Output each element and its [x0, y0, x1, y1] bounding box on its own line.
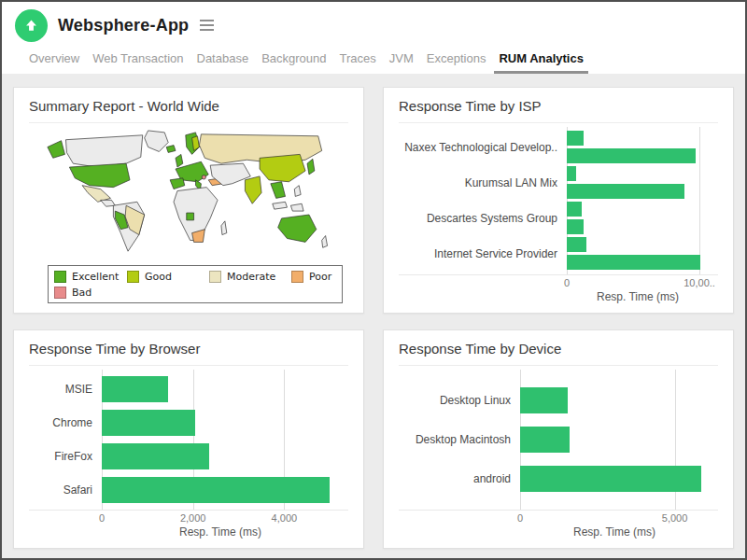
x-tick-label: 2,000 — [180, 512, 206, 524]
brand-row: Websphere-App — [15, 8, 745, 42]
legend-item-poor: Poor — [291, 271, 336, 283]
panel-title: Response Time by Browser — [29, 341, 348, 366]
legend-color-chip — [54, 287, 66, 299]
tab-overview[interactable]: Overview — [22, 51, 86, 65]
world-map-svg — [42, 127, 334, 264]
tab-rum-analytics[interactable]: RUM Analytics — [492, 51, 590, 65]
legend-label: Excellent — [72, 271, 119, 283]
bar-zone — [520, 420, 709, 459]
x-tick-label: 0 — [564, 277, 570, 288]
category-label: android — [399, 472, 520, 485]
device-bar-chart: Desktop LinuxDesktop Macintoshandroid05,… — [399, 370, 718, 540]
hamburger-menu-icon[interactable] — [197, 17, 217, 34]
legend-color-chip — [209, 271, 221, 283]
legend-label: Moderate — [227, 271, 275, 283]
bar[interactable] — [102, 477, 330, 503]
map-legend: ExcellentGoodModeratePoorBad — [48, 265, 343, 303]
legend-label: Bad — [72, 287, 92, 299]
tab-background[interactable]: Background — [255, 51, 332, 65]
tab-web-transaction[interactable]: Web Transaction — [86, 51, 190, 65]
bar[interactable] — [567, 184, 684, 199]
chart-row: Desktop Macintosh — [399, 420, 718, 459]
app-header: Websphere-App OverviewWeb TransactionDat… — [2, 2, 745, 74]
category-label: Naxex Technological Develop.. — [399, 141, 567, 154]
chart-row: Internet Service Provider — [399, 236, 718, 272]
legend-label: Poor — [309, 271, 331, 283]
legend-item-good: Good — [127, 271, 209, 283]
bar-zone — [102, 406, 339, 440]
tab-database[interactable]: Database — [190, 51, 256, 65]
plot-area: MSIEChromeFireFoxSafari — [29, 370, 348, 511]
bar[interactable] — [567, 219, 584, 234]
tab-traces[interactable]: Traces — [333, 51, 383, 65]
x-tick-label: 0 — [517, 512, 523, 524]
bar[interactable] — [567, 148, 696, 163]
world-map[interactable] — [29, 127, 348, 264]
x-axis: 05,000 — [520, 511, 709, 525]
x-tick-label: 4,000 — [272, 512, 298, 524]
bar[interactable] — [567, 237, 586, 252]
legend-color-chip — [291, 271, 303, 283]
category-label: Desktop Linux — [399, 394, 520, 407]
bar[interactable] — [520, 427, 570, 453]
bar-zone — [567, 201, 709, 236]
x-axis: 010,00.. — [567, 275, 709, 289]
app-logo[interactable] — [15, 9, 48, 42]
legend-item-excellent: Excellent — [54, 271, 127, 283]
legend-label: Good — [145, 271, 172, 283]
x-tick-label: 5,000 — [662, 512, 688, 524]
plot-area: Naxex Technological Develop..Kurumsal LA… — [399, 127, 718, 275]
bar[interactable] — [102, 410, 195, 436]
bar-zone — [520, 459, 709, 498]
x-axis-title: Resp. Time (ms) — [520, 525, 709, 540]
bar[interactable] — [567, 166, 576, 181]
up-arrow-icon — [24, 19, 38, 33]
bar-zone — [520, 381, 709, 420]
x-axis-title: Resp. Time (ms) — [102, 525, 339, 540]
panel-response-time-isp: Response Time by ISP Naxex Technological… — [383, 87, 734, 314]
tab-exceptions[interactable]: Exceptions — [420, 51, 493, 65]
chart-row: Safari — [29, 473, 348, 507]
bar[interactable] — [102, 376, 168, 402]
panel-summary-report: Summary Report - World Wide — [13, 87, 364, 314]
bar[interactable] — [567, 202, 582, 217]
x-tick-label: 10,00.. — [684, 277, 715, 288]
bar[interactable] — [520, 466, 701, 492]
dashboard-grid: Summary Report - World Wide — [2, 74, 745, 558]
bar-zone — [567, 236, 709, 272]
chart-row: Kurumsal LAN Mix — [399, 165, 718, 201]
x-tick-label: 0 — [99, 512, 105, 524]
category-label: FireFox — [29, 450, 102, 463]
chart-row: FireFox — [29, 440, 348, 473]
browser-bar-chart: MSIEChromeFireFoxSafari02,0004,000Resp. … — [29, 370, 348, 540]
bar[interactable] — [102, 443, 209, 469]
category-label: Internet Service Provider — [399, 247, 567, 260]
legend-color-chip — [127, 271, 139, 283]
category-label: Desktop Macintosh — [399, 433, 520, 446]
legend-item-bad: Bad — [54, 287, 127, 299]
chart-row: Naxex Technological Develop.. — [399, 130, 718, 165]
chart-row: Descartes Systems Group — [399, 201, 718, 236]
tab-jvm[interactable]: JVM — [383, 51, 420, 65]
x-axis-title: Resp. Time (ms) — [567, 289, 709, 305]
panel-response-time-device: Response Time by Device Desktop LinuxDes… — [383, 329, 734, 549]
app-title: Websphere-App — [58, 16, 189, 35]
x-axis: 02,0004,000 — [102, 511, 339, 525]
bar[interactable] — [567, 255, 700, 270]
bar-zone — [102, 372, 339, 406]
bar-zone — [567, 130, 709, 165]
bar-zone — [102, 440, 339, 473]
plot-area: Desktop LinuxDesktop Macintoshandroid — [399, 370, 718, 511]
category-label: Chrome — [29, 416, 102, 429]
isp-bar-chart: Naxex Technological Develop..Kurumsal LA… — [399, 127, 718, 305]
bar-zone — [567, 165, 709, 201]
panel-title: Response Time by Device — [399, 341, 718, 366]
panel-title: Response Time by ISP — [399, 98, 718, 123]
chart-row: MSIE — [29, 372, 348, 406]
bar[interactable] — [567, 131, 584, 146]
category-label: MSIE — [29, 383, 102, 396]
bar[interactable] — [520, 387, 568, 413]
chart-row: Desktop Linux — [399, 381, 718, 420]
legend-item-moderate: Moderate — [209, 271, 291, 283]
legend-color-chip — [54, 271, 66, 283]
